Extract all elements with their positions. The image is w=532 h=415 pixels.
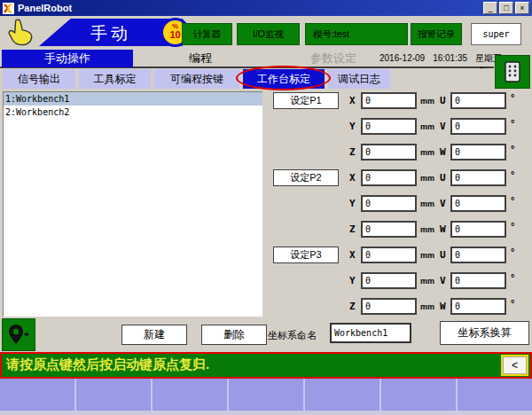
tab-programming[interactable]: 编程: [135, 50, 266, 67]
window-title: PanelRobot: [18, 3, 72, 13]
softkey-cell-5[interactable]: [305, 379, 381, 411]
axis-label-v: V: [440, 198, 446, 209]
softkey-bar: [0, 379, 532, 415]
p2-u-input[interactable]: [450, 169, 506, 186]
maximize-button[interactable]: □: [499, 2, 513, 14]
keypad-button[interactable]: [495, 55, 530, 89]
p1-y-input[interactable]: [361, 118, 417, 135]
p1-u-input[interactable]: [450, 92, 506, 109]
p3-row-x: X mm U °: [262, 247, 532, 263]
p2-w-input[interactable]: [450, 221, 506, 238]
axis-label-w: W: [440, 146, 446, 158]
softkey-cell-3[interactable]: [153, 379, 229, 411]
coord-convert-button[interactable]: 坐标系换算: [440, 321, 529, 345]
io-monitor-button[interactable]: I/O监视: [237, 23, 300, 45]
p3-z-input[interactable]: [361, 298, 417, 315]
close-button[interactable]: ×: [515, 2, 529, 14]
unit-mm: mm: [420, 148, 434, 157]
minimize-button[interactable]: _: [483, 2, 497, 14]
p2-row-y: Y mm V °: [262, 195, 532, 212]
axis-label-u: U: [440, 249, 446, 261]
mold-number-button[interactable]: 模号:test: [305, 23, 408, 45]
unit-degree: °: [511, 247, 514, 257]
list-item-workbench2[interactable]: 2:Workbench2: [4, 106, 262, 119]
unit-mm: mm: [420, 200, 434, 208]
p3-y-input[interactable]: [361, 272, 417, 289]
unit-degree: °: [511, 272, 514, 283]
axis-label-y: Y: [349, 275, 356, 286]
p2-row-z: Z mm W °: [262, 221, 532, 238]
coord-name-input[interactable]: [330, 323, 411, 343]
p1-x-input[interactable]: [361, 92, 417, 109]
softkey-cell-2[interactable]: [76, 379, 153, 411]
axis-label-w: W: [440, 223, 446, 235]
softkey-cell-6[interactable]: [381, 379, 458, 411]
status-collapse-frame: <: [501, 355, 528, 376]
unit-degree: °: [511, 298, 514, 309]
delete-button[interactable]: 删除: [201, 325, 267, 345]
panel-robot-app: PanelRobot _ □ × 手动 % 10 计算器 I/O监视 模号:te…: [0, 0, 532, 415]
axis-label-v: V: [440, 275, 446, 286]
p3-w-input[interactable]: [450, 298, 506, 315]
workbench-list: 1:Workbench1 2:Workbench2: [3, 91, 262, 317]
time-text: 16:01:35: [433, 53, 467, 63]
softkey-cell-4[interactable]: [229, 379, 305, 411]
new-button[interactable]: 新建: [121, 325, 187, 345]
title-bar: PanelRobot _ □ ×: [0, 0, 532, 16]
axis-label-u: U: [440, 172, 446, 184]
tab-manual-operation[interactable]: 手动操作: [2, 50, 133, 67]
hand-pointer-icon: [5, 18, 35, 48]
p3-u-input[interactable]: [450, 247, 506, 263]
p1-v-input[interactable]: [450, 118, 506, 135]
list-item-workbench1[interactable]: 1:Workbench1: [4, 92, 262, 106]
axis-label-w: W: [440, 301, 446, 312]
p2-v-input[interactable]: [450, 195, 506, 212]
p1-row-x: X mm U °: [262, 92, 532, 109]
unit-degree: °: [511, 92, 514, 103]
app-icon: [3, 3, 14, 14]
subtab-programmable-keys[interactable]: 可编程按键: [154, 69, 239, 89]
date-text: 2016-12-09: [379, 53, 425, 63]
status-collapse-button[interactable]: <: [503, 356, 527, 374]
p3-row-z: Z mm W °: [262, 298, 532, 315]
subtab-debug-log[interactable]: 调试日志: [328, 69, 390, 89]
status-bar: 请按原点键然后按启动键原点复归. <: [0, 352, 532, 379]
unit-mm: mm: [420, 122, 434, 131]
alarm-log-button[interactable]: 报警记录: [411, 23, 462, 45]
p1-w-input[interactable]: [450, 144, 506, 161]
user-level-button[interactable]: super: [471, 23, 521, 45]
axis-label-x: X: [349, 249, 356, 261]
calculator-button[interactable]: 计算器: [182, 23, 232, 45]
keypad-arrow: ←: [478, 59, 489, 72]
unit-mm: mm: [420, 97, 434, 106]
unit-mm: mm: [420, 251, 434, 260]
p3-row-y: Y mm V °: [262, 272, 532, 289]
keypad-icon: [505, 61, 520, 82]
axis-label-z: Z: [349, 301, 356, 312]
softkey-cell-1[interactable]: [0, 379, 76, 411]
axis-label-x: X: [349, 95, 356, 106]
p3-x-input[interactable]: [361, 247, 417, 263]
unit-mm: mm: [420, 277, 434, 286]
p2-y-input[interactable]: [361, 195, 417, 212]
unit-degree: °: [511, 118, 514, 129]
location-pin-icon: [7, 323, 30, 348]
p1-row-y: Y mm V °: [262, 118, 532, 135]
unit-degree: °: [511, 221, 514, 231]
home-position-button[interactable]: [2, 318, 35, 351]
softkey-cell-7[interactable]: [458, 379, 532, 411]
axis-label-x: X: [349, 172, 356, 184]
unit-mm: mm: [420, 174, 434, 183]
subtab-workbench-calibration[interactable]: 工作台标定: [243, 69, 325, 89]
p2-x-input[interactable]: [361, 169, 417, 186]
datetime-display: 2016-12-0916:01:35星期五: [379, 52, 510, 65]
axis-label-u: U: [440, 95, 446, 106]
axis-label-y: Y: [349, 121, 356, 132]
subtab-signal-output[interactable]: 信号输出: [3, 69, 75, 89]
subtab-tool-calibration[interactable]: 工具标定: [79, 69, 151, 89]
p2-z-input[interactable]: [361, 221, 417, 238]
p1-z-input[interactable]: [361, 144, 417, 161]
p3-v-input[interactable]: [450, 272, 506, 289]
axis-label-z: Z: [349, 223, 356, 235]
axis-label-v: V: [440, 121, 446, 132]
